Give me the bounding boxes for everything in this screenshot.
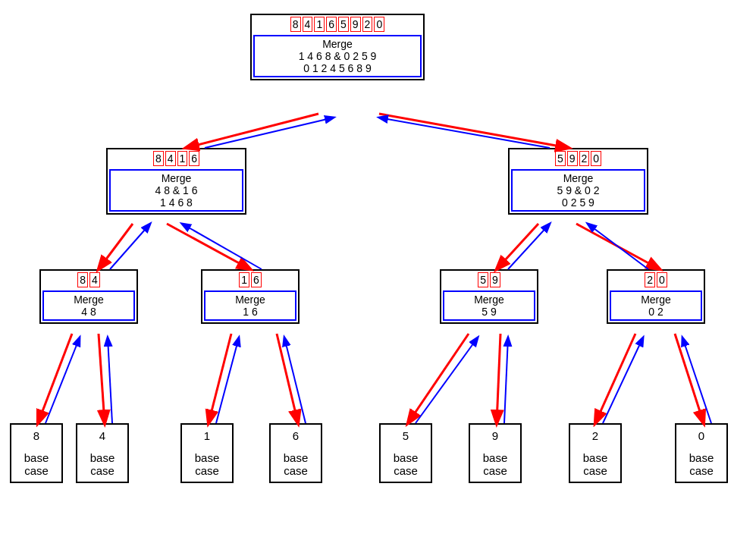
l2-0-merge: Merge	[47, 294, 130, 306]
arrow-leaf5-to-l2-2	[416, 338, 478, 423]
l2-3-sorted: 0 2	[614, 306, 698, 318]
root-val-8: 8	[290, 17, 301, 32]
l2-0-val-4: 4	[89, 272, 100, 287]
l1r-val-5: 5	[555, 151, 566, 166]
arrow-l1r-to-l2-3	[576, 224, 660, 269]
arrow-l1l-to-l2-0	[99, 224, 133, 269]
leaf-2: 2 basecase	[569, 423, 622, 483]
arrow-l2-1-to-leaf1	[209, 334, 231, 423]
leaf-2-label: basecase	[573, 451, 617, 477]
leaf-0-label: basecase	[679, 451, 723, 477]
l1l-halves: 4 8 & 1 6	[114, 184, 239, 196]
arrow-root-to-l1l	[186, 114, 318, 148]
leaf-4: 4 basecase	[76, 423, 129, 483]
l2-2-val-5: 5	[478, 272, 488, 287]
arrow-l2-3-to-leaf2	[595, 334, 635, 423]
arrow-l2-2-to-leaf5	[408, 334, 469, 423]
l2-0-sorted: 4 8	[47, 306, 130, 318]
l1r-val-2: 2	[579, 151, 590, 166]
arrow-leaf6-to-l2-1	[284, 338, 306, 423]
arrow-l1r-to-l2-2	[497, 224, 538, 269]
root-top-values: 8 4 1 6 5 9 2 0	[252, 15, 423, 33]
l1l-val-8: 8	[153, 151, 164, 166]
leaf-8-label: basecase	[14, 451, 58, 477]
l2-1-merge: Merge	[209, 294, 292, 306]
arrow-l2-0-to-leaf4	[99, 334, 105, 423]
root-val-6: 6	[326, 17, 337, 32]
leaf-6-val: 6	[274, 429, 318, 442]
l2-3-val-2: 2	[645, 272, 655, 287]
leaf-5: 5 basecase	[379, 423, 432, 483]
l2-node-0: 8 4 Merge 4 8	[39, 269, 138, 324]
l2-node-1: 1 6 Merge 1 6	[201, 269, 300, 324]
root-inner: Merge 1 4 6 8 & 0 2 5 9 0 1 2 4 5 6 8 9	[253, 35, 422, 77]
l2-1-sorted: 1 6	[209, 306, 292, 318]
l2-3-inner: Merge 0 2	[610, 290, 702, 321]
root-node: 8 4 1 6 5 9 2 0 Merge 1 4 6 8 & 0 2 5 9 …	[250, 14, 425, 80]
arrow-leaf1-to-l2-1	[216, 338, 239, 423]
root-val-4: 4	[303, 17, 313, 32]
leaf-4-val: 4	[80, 429, 124, 442]
arrow-leaf9-to-l2-2	[504, 338, 508, 423]
l1-left-inner: Merge 4 8 & 1 6 1 4 6 8	[109, 169, 243, 212]
arrow-l2-1-to-l1l	[182, 224, 262, 269]
arrow-root-to-l1r	[379, 114, 569, 148]
l1-right-inner: Merge 5 9 & 0 2 0 2 5 9	[511, 169, 645, 212]
arrow-leaf4-to-l2-0	[108, 338, 112, 423]
arrow-l2-2-to-leaf9	[497, 334, 500, 423]
tree-container: 8 4 1 6 5 9 2 0 Merge 1 4 6 8 & 0 2 5 9 …	[0, 0, 756, 540]
l1-left-node: 8 4 1 6 Merge 4 8 & 1 6 1 4 6 8	[106, 148, 246, 215]
leaf-0-val: 0	[679, 429, 723, 442]
l1-right-node: 5 9 2 0 Merge 5 9 & 0 2 0 2 5 9	[508, 148, 648, 215]
leaf-5-label: basecase	[384, 451, 428, 477]
l1l-val-4: 4	[165, 151, 176, 166]
leaf-9-val: 9	[473, 429, 517, 442]
l1r-halves: 5 9 & 0 2	[516, 184, 641, 196]
leaf-1: 1 basecase	[180, 423, 234, 483]
root-val-9: 9	[350, 17, 361, 32]
leaf-1-val: 1	[185, 429, 229, 442]
arrow-leaf0-to-l2-3	[682, 338, 711, 423]
l1l-val-1: 1	[177, 151, 188, 166]
l1-left-values: 8 4 1 6	[108, 149, 245, 168]
l1l-val-6: 6	[189, 151, 199, 166]
arrow-l2-0-to-l1l	[110, 224, 150, 269]
arrow-l2-2-to-l1r	[508, 224, 550, 269]
l1r-val-0: 0	[591, 151, 601, 166]
leaf-6: 6 basecase	[269, 423, 322, 483]
l2-1-values: 1 6	[202, 271, 298, 289]
leaf-5-val: 5	[384, 429, 428, 442]
leaf-9: 9 basecase	[469, 423, 522, 483]
l2-1-val-6: 6	[251, 272, 262, 287]
l2-node-3: 2 0 Merge 0 2	[607, 269, 705, 324]
l2-3-merge: Merge	[614, 294, 698, 306]
l2-2-values: 5 9	[441, 271, 537, 289]
leaf-0: 0 basecase	[675, 423, 728, 483]
l2-2-merge: Merge	[447, 294, 531, 306]
l1r-result: 0 2 5 9	[516, 196, 641, 209]
root-merge-label: Merge	[258, 38, 417, 50]
l2-0-val-8: 8	[77, 272, 88, 287]
arrow-leaf8-to-l2-0	[45, 338, 80, 423]
l2-2-val-9: 9	[490, 272, 500, 287]
leaf-4-label: basecase	[80, 451, 124, 477]
l2-3-values: 2 0	[608, 271, 704, 289]
l1l-merge-label: Merge	[114, 172, 239, 184]
arrow-l2-0-to-leaf8	[38, 334, 72, 423]
l2-2-inner: Merge 5 9	[443, 290, 535, 321]
l2-2-sorted: 5 9	[447, 306, 531, 318]
l2-1-val-1: 1	[239, 272, 249, 287]
root-val-1: 1	[314, 17, 325, 32]
arrow-l2-3-to-leaf0	[675, 334, 704, 423]
leaf-2-val: 2	[573, 429, 617, 442]
arrow-l1r-to-root	[379, 118, 550, 148]
l2-1-inner: Merge 1 6	[204, 290, 296, 321]
leaf-1-label: basecase	[185, 451, 229, 477]
leaf-6-label: basecase	[274, 451, 318, 477]
l1r-val-9: 9	[567, 151, 578, 166]
l2-0-values: 8 4	[41, 271, 136, 289]
leaf-9-label: basecase	[473, 451, 517, 477]
arrow-l2-3-to-l1r	[588, 224, 648, 269]
root-result: 0 1 2 4 5 6 8 9	[258, 62, 417, 74]
l1r-merge-label: Merge	[516, 172, 641, 184]
